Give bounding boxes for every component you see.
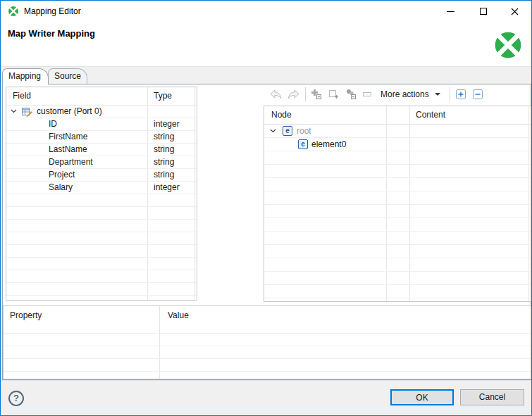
dialog-header: Map Writer Mapping [1,22,531,67]
content-column-header[interactable]: Content [416,110,445,120]
maximize-icon [480,8,487,15]
field-type: string [154,169,174,181]
field-type: string [154,144,174,156]
toolbar-separator [450,87,450,101]
button-bar: ? OK Cancel [1,380,531,415]
field-type: integer [154,118,180,130]
field-row[interactable]: Project string [6,169,197,182]
chevron-down-icon[interactable] [270,129,276,133]
node-tree-row-element0[interactable]: e element0 [264,138,531,151]
node-label: root [297,125,311,137]
value-column-header[interactable]: Value [168,310,189,320]
empty-rows [4,333,531,375]
chevron-down-icon[interactable] [11,109,17,113]
mapping-editor-dialog: Mapping Editor Map Writer Mapping Mappin… [0,0,532,416]
node-column-header[interactable]: Node [271,110,292,120]
field-column-header[interactable]: Field [13,91,31,101]
clover-logo-icon [493,30,523,60]
more-actions-button[interactable]: More actions [376,88,445,101]
field-name: ID [49,118,57,130]
collapse-all-button[interactable] [472,89,483,100]
dialog-title: Map Writer Mapping [8,28,95,39]
remove-node-button[interactable] [362,89,372,100]
property-column-header[interactable]: Property [10,310,42,320]
add-attribute-icon [328,89,340,100]
empty-rows [6,194,197,300]
node-tree-row-root[interactable]: e root [264,125,531,138]
field-name: Department [49,156,93,168]
empty-rows [264,151,531,301]
cancel-button[interactable]: Cancel [460,389,524,405]
close-button[interactable] [499,1,531,22]
toolbar-separator [305,87,306,101]
field-type: integer [154,182,180,194]
add-wildcard-icon [345,89,357,100]
field-row[interactable]: Salary integer [6,182,197,194]
property-table: Property Value [3,305,531,379]
minimize-button[interactable] [435,1,466,22]
arrow-right-bent-icon [287,89,300,99]
arrow-left-bent-icon [269,89,283,99]
record-edit-icon [21,106,32,118]
expand-all-icon [455,89,466,100]
minimize-icon [447,11,454,12]
field-tree-root-label: customer (Port 0) [37,106,102,118]
collapse-all-icon [472,89,483,100]
add-attribute-button[interactable] [328,89,340,100]
type-column-header[interactable]: Type [154,91,172,101]
more-actions-label: More actions [381,89,429,99]
field-tree-root-row[interactable]: customer (Port 0) [6,106,197,118]
add-wildcard-element-button[interactable] [345,89,357,100]
field-name: LastName [49,144,87,156]
field-name: FirstName [49,131,87,143]
field-row[interactable]: LastName string [6,144,197,156]
element-icon: e [298,139,308,149]
unmap-field-button[interactable] [287,89,300,99]
maximize-button[interactable] [467,1,499,22]
ok-button[interactable]: OK [390,389,454,405]
element-icon: e [283,126,292,136]
field-table: Field Type customer (Port 0) [6,87,197,301]
field-type: string [154,131,174,143]
titlebar[interactable]: Mapping Editor [1,1,531,22]
close-icon [511,8,519,15]
node-table: Node Content e root e element0 [264,106,531,302]
add-child-element-button[interactable] [311,89,322,100]
window-title: Mapping Editor [24,1,81,22]
dropdown-caret-icon [435,93,440,96]
field-name: Salary [49,182,73,194]
app-clover-icon [8,6,19,17]
mapping-tab-content: Field Type customer (Port 0) [2,84,531,380]
node-toolbar: More actions [269,85,483,103]
dash-icon [362,89,372,100]
field-name: Project [49,169,75,181]
expand-all-button[interactable] [455,89,466,100]
field-row[interactable]: Department string [6,156,197,169]
map-field-button[interactable] [269,89,283,99]
help-button[interactable]: ? [8,391,24,406]
help-icon: ? [13,393,19,403]
node-label: element0 [311,138,346,151]
add-element-icon [311,89,322,100]
tab-source[interactable]: Source [48,68,87,84]
field-row[interactable]: FirstName string [6,131,197,144]
field-row[interactable]: ID integer [6,118,197,131]
field-type: string [154,156,174,168]
tab-mapping[interactable]: Mapping [2,68,49,84]
